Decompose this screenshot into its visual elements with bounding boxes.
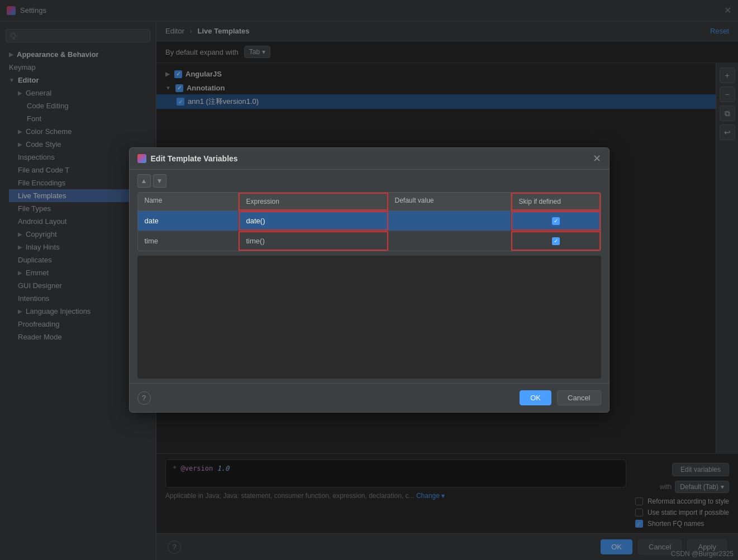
cell-date-expression[interactable]: date()	[239, 211, 388, 231]
cell-time-skip[interactable]: ✓	[511, 231, 601, 251]
move-down-button[interactable]: ▼	[153, 174, 166, 188]
modal-help-button[interactable]: ?	[137, 391, 151, 405]
cell-date-skip[interactable]: ✓	[511, 211, 601, 231]
cell-time-name: time	[138, 231, 239, 251]
modal-app-icon	[137, 154, 146, 163]
cell-time-expression[interactable]: time()	[239, 231, 388, 251]
variables-table: Name Expression Default value Skip if de…	[137, 192, 601, 251]
time-skip-checkbox[interactable]: ✓	[552, 237, 560, 245]
move-up-button[interactable]: ▲	[137, 174, 151, 188]
cell-time-default[interactable]	[388, 231, 511, 251]
watermark: CSDN @Burger2325	[666, 548, 738, 560]
col-header-default-value: Default value	[388, 193, 511, 210]
modal-ok-button[interactable]: OK	[520, 390, 551, 405]
modal-cancel-button[interactable]: Cancel	[557, 390, 601, 405]
modal-empty-area	[137, 256, 601, 379]
table-header: Name Expression Default value Skip if de…	[138, 193, 601, 211]
cell-date-name: date	[138, 211, 239, 231]
col-header-expression: Expression	[239, 193, 388, 210]
modal-title-bar: Edit Template Variables ✕	[130, 148, 609, 170]
modal-title: Edit Template Variables	[151, 154, 588, 163]
modal-footer: ? OK Cancel	[130, 383, 609, 412]
col-header-name: Name	[138, 193, 239, 210]
edit-template-variables-dialog: Edit Template Variables ✕ ▲ ▼ Name Expre…	[129, 147, 610, 413]
table-row-date[interactable]: date date() ✓	[138, 211, 601, 231]
table-row-time[interactable]: time time() ✓	[138, 231, 601, 251]
cell-date-default[interactable]	[388, 211, 511, 231]
date-skip-checkbox[interactable]: ✓	[552, 217, 560, 225]
modal-toolbar: ▲ ▼	[130, 170, 609, 192]
col-header-skip-if-defined: Skip if defined	[511, 193, 601, 210]
modal-close-button[interactable]: ✕	[593, 154, 601, 164]
modal-overlay: Edit Template Variables ✕ ▲ ▼ Name Expre…	[0, 0, 738, 560]
